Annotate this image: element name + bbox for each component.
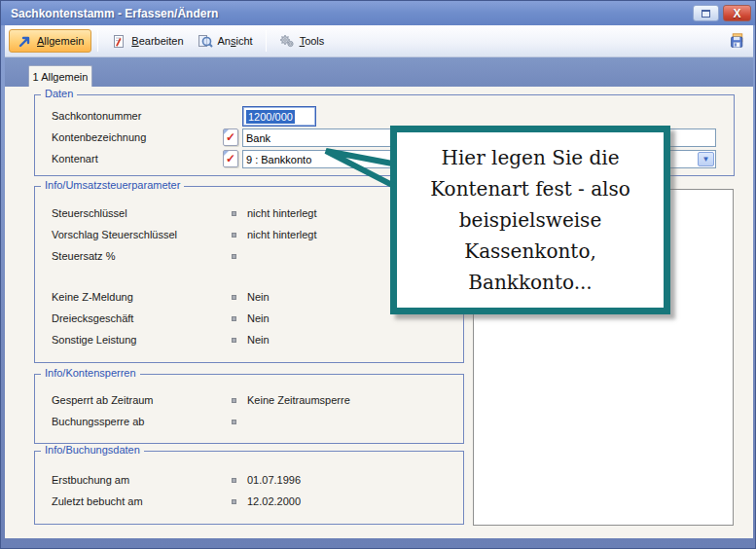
group-sperren-title: Info/Kontensperren (41, 367, 140, 379)
save-button[interactable] (728, 31, 747, 51)
toolbar-button-label: Tools (300, 35, 325, 47)
callout-text-line: Bankkonto... (468, 267, 592, 298)
bullet-icon (232, 316, 236, 321)
arrow-up-right-icon (17, 33, 32, 49)
toolbar-button-label: Ansicht (218, 35, 253, 47)
toolbar-button-tools[interactable]: Tools (272, 30, 332, 52)
close-button[interactable]: X (723, 5, 751, 21)
document-pen-icon (111, 33, 126, 49)
bullet-icon (232, 420, 236, 424)
toolbar-button-allgemein[interactable]: Allgemein (9, 29, 91, 53)
bullet-icon (232, 254, 236, 259)
row-value: Nein (247, 312, 270, 324)
bullet-icon (232, 499, 236, 504)
row-label: Sonstige Leistung (52, 334, 136, 346)
row-label: Dreiecksgeschäft (52, 312, 133, 324)
app-window: Sachkontenstamm - Erfassen/Ändern X Allg… (0, 0, 756, 549)
group-buchung-title: Info/Buchungsdaten (41, 444, 144, 456)
row-value: Nein (247, 291, 270, 303)
row-label: Keine Z-Meldung (52, 291, 133, 303)
row-value: Keine Zeitraumsperre (247, 394, 350, 406)
bullet-icon (232, 398, 236, 403)
bullet-icon (232, 295, 236, 300)
toolbar-button-label: Allgemein (37, 35, 84, 47)
group-daten-title: Daten (41, 88, 77, 99)
tab-strip: 1 Allgemein (5, 57, 753, 87)
row-value: 12.02.2000 (247, 495, 301, 507)
callout-text-line: Kontenart fest - also (430, 173, 630, 204)
gears-icon (279, 33, 295, 49)
toolbar-separator (97, 30, 98, 52)
toolbar-button-ansicht[interactable]: Ansicht (191, 30, 260, 52)
row-label: Buchungssperre ab (52, 416, 144, 427)
window-title: Sachkontenstamm - Erfassen/Ändern (11, 7, 689, 20)
toolbar-separator (266, 30, 267, 52)
kontenbezeichnung-value: Bank (246, 132, 270, 144)
callout-text-line: Kassenkonto, (464, 236, 596, 267)
magnifier-document-icon (198, 33, 213, 49)
row-label: Vorschlag Steuerschlüssel (52, 229, 177, 240)
row-label: Erstbuchung am (52, 474, 129, 486)
bullet-icon (232, 233, 236, 238)
bullet-icon (232, 211, 236, 216)
group-umsatz-title: Info/Umsatzsteuerparameter (41, 179, 184, 191)
bullet-icon (232, 478, 236, 483)
toolbar-button-label: Bearbeiten (131, 35, 183, 47)
close-icon: X (733, 7, 740, 20)
tab-allgemein[interactable]: 1 Allgemein (28, 65, 92, 87)
sachkontonummer-input[interactable]: 1200/000 (242, 106, 316, 127)
group-buchungsdaten: Info/Buchungsdaten (34, 451, 464, 525)
sachkontonummer-label: Sachkontonummer (52, 110, 141, 122)
row-label: Gesperrt ab Zeitraum (52, 394, 154, 406)
row-label: Steuersatz % (52, 250, 115, 262)
kontenart-value: 9 : Bankkonto (246, 154, 311, 165)
tab-label: 1 Allgemein (33, 71, 89, 83)
restore-button[interactable] (693, 5, 719, 21)
restore-icon (702, 10, 710, 18)
bullet-icon (232, 338, 236, 343)
callout-text-line: beispielsweise (459, 204, 601, 236)
sachkontonummer-value: 1200/000 (246, 110, 295, 124)
row-value: 01.07.1996 (247, 474, 301, 486)
callout-tail (318, 135, 398, 196)
kontenbezeichnung-label: Kontenbezeichnung (52, 131, 146, 143)
toolbar: Allgemein Bearbeiten Ansicht (5, 25, 753, 57)
toolbar-button-bearbeiten[interactable]: Bearbeiten (104, 30, 190, 52)
title-bar: Sachkontenstamm - Erfassen/Ändern X (1, 1, 756, 25)
group-kontensperren: Info/Kontensperren (34, 374, 464, 444)
callout-text-line: Hier legen Sie die (441, 142, 619, 173)
floppy-disk-icon (730, 33, 745, 49)
row-value: nicht hinterlegt (247, 229, 317, 240)
callout-bubble: Hier legen Sie die Kontenart fest - also… (390, 126, 670, 314)
row-label: Zuletzt bebucht am (52, 495, 143, 507)
chevron-down-icon[interactable]: ▼ (698, 152, 714, 166)
row-value: nicht hinterlegt (247, 207, 317, 219)
kontenart-label: Kontenart (52, 153, 98, 165)
row-label: Steuerschlüssel (52, 207, 127, 219)
kontenbezeichnung-check-icon[interactable]: ✓ (223, 128, 238, 146)
kontenart-check-icon[interactable]: ✓ (223, 150, 238, 167)
row-value: Nein (247, 334, 270, 346)
